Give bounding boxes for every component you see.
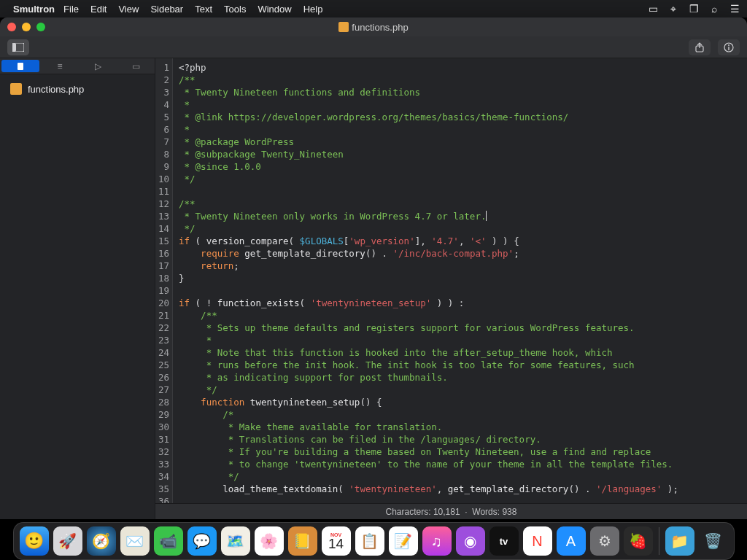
file-item[interactable]: functions.php (4, 80, 150, 98)
dock-photos[interactable]: 🌸 (255, 526, 284, 556)
dock-podcasts[interactable]: ◉ (456, 526, 485, 556)
menu-sidebar[interactable]: Sidebar (150, 4, 183, 15)
status-characters-label: Characters: (386, 507, 431, 517)
app-window: functions.php ≡ ▷ ▭ fun (0, 18, 747, 519)
dock-calendar[interactable]: NOV14 (322, 526, 351, 556)
file-name: functions.php (28, 84, 84, 95)
menu-help[interactable]: Help (303, 4, 323, 15)
titlebar: functions.php (0, 18, 747, 36)
file-icon (10, 83, 22, 95)
status-bar: Characters: 10,181 · Words: 938 (155, 503, 747, 519)
tray-search-icon[interactable]: ⌕ (711, 3, 717, 15)
sidebar-tab-preview[interactable]: ▷ (79, 58, 117, 74)
sidebar-tab-documents[interactable] (1, 60, 39, 72)
sidebar: ≡ ▷ ▭ functions.php (0, 58, 155, 519)
dock: 🙂 🚀 🧭 ✉️ 📹 💬 🗺️ 🌸 📒 NOV14 📋 📝 ♫ ◉ tv N A… (13, 522, 735, 560)
dock-finder[interactable]: 🙂 (20, 526, 49, 556)
dock-maps[interactable]: 🗺️ (221, 526, 250, 556)
status-words-label: Words: (472, 507, 500, 517)
svg-rect-6 (18, 63, 23, 70)
sidebar-tab-split[interactable]: ▭ (117, 58, 155, 74)
file-icon (338, 22, 349, 32)
info-button[interactable] (718, 39, 740, 55)
dock-separator (659, 527, 659, 555)
dock-news[interactable]: N (523, 526, 552, 556)
share-icon (694, 42, 705, 52)
code-area[interactable]: 1 2 3 4 5 6 7 8 9 10 11 12 13 14 15 16 1… (155, 58, 747, 503)
tray-pointer-icon[interactable]: ⌖ (670, 3, 676, 15)
dock-launchpad[interactable]: 🚀 (53, 526, 82, 556)
dock-smultron[interactable]: 🍓 (624, 526, 653, 556)
source-text[interactable]: <?php/** * Twenty Nineteen functions and… (173, 58, 747, 503)
info-icon (724, 42, 734, 52)
menu-edit[interactable]: Edit (90, 4, 107, 15)
share-button[interactable] (689, 39, 711, 55)
status-words: 938 (502, 507, 516, 517)
dock-contacts[interactable]: 📒 (288, 526, 317, 556)
sidebar-tab-symbols[interactable]: ≡ (41, 58, 79, 74)
dock-notes[interactable]: 📝 (389, 526, 418, 556)
menu-view[interactable]: View (118, 4, 139, 15)
svg-rect-5 (728, 47, 729, 50)
dock-tv[interactable]: tv (489, 526, 519, 556)
tray-menu-icon[interactable]: ☰ (730, 3, 740, 15)
menu-file[interactable]: File (63, 4, 79, 15)
dock-appstore[interactable]: A (557, 526, 586, 556)
sidebar-toggle-button[interactable] (7, 39, 29, 55)
tray-screens-icon[interactable]: ❐ (689, 3, 699, 15)
dock-messages[interactable]: 💬 (187, 526, 217, 556)
dock-trash[interactable]: 🗑️ (699, 526, 728, 556)
dock-mail[interactable]: ✉️ (120, 526, 150, 556)
editor: 1 2 3 4 5 6 7 8 9 10 11 12 13 14 15 16 1… (155, 58, 747, 519)
svg-rect-1 (12, 43, 16, 52)
dock-reminders[interactable]: 📋 (355, 526, 384, 556)
toolbar (0, 36, 747, 58)
dock-facetime[interactable]: 📹 (154, 526, 183, 556)
window-title: functions.php (352, 22, 408, 33)
app-name[interactable]: Smultron (13, 4, 55, 15)
dock-downloads[interactable]: 📁 (665, 526, 694, 556)
dock-settings[interactable]: ⚙︎ (590, 526, 619, 556)
sidebar-icon (12, 43, 24, 52)
menu-window[interactable]: Window (258, 4, 291, 15)
tray-display-icon[interactable]: ▭ (649, 3, 658, 15)
svg-point-4 (728, 44, 729, 46)
menu-text[interactable]: Text (195, 4, 212, 15)
dock-safari[interactable]: 🧭 (87, 526, 116, 556)
menu-tools[interactable]: Tools (224, 4, 246, 15)
window-minimize[interactable] (22, 23, 31, 31)
document-icon (16, 62, 25, 71)
line-gutter: 1 2 3 4 5 6 7 8 9 10 11 12 13 14 15 16 1… (155, 58, 173, 503)
status-characters: 10,181 (433, 507, 460, 517)
window-zoom[interactable] (36, 23, 45, 31)
window-close[interactable] (7, 23, 16, 31)
dock-music[interactable]: ♫ (422, 526, 452, 556)
mac-menubar: Smultron File Edit View Sidebar Text Too… (0, 0, 747, 18)
